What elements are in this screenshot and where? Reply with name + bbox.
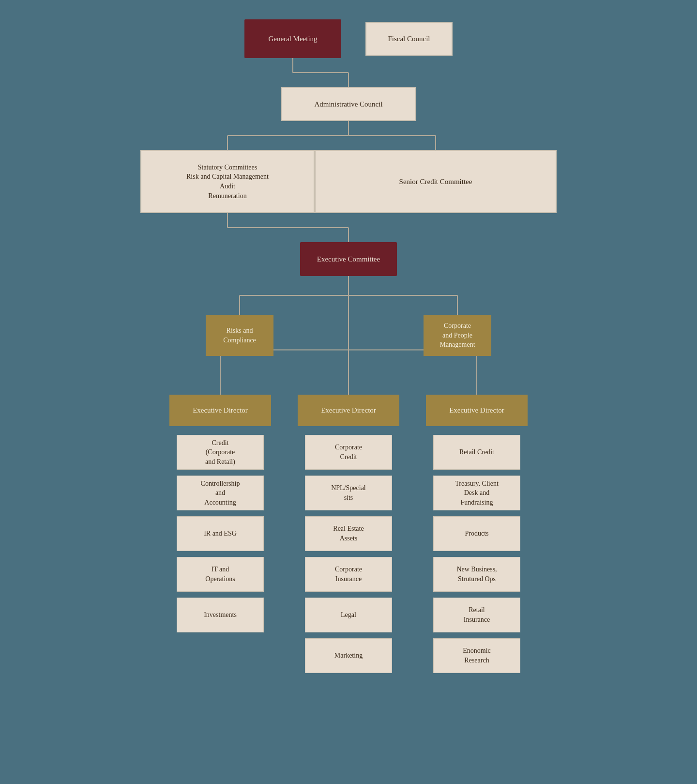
col-1: Credit(Corporateand Retail) Controllersh… [169, 435, 271, 632]
list-item: Products [433, 516, 520, 551]
row-admin: Administrative Council [82, 87, 615, 121]
statutory-label: Statutory CommitteesRisk and Capital Man… [186, 163, 269, 200]
corporate-people-label: Corporateand PeopleManagement [439, 321, 475, 350]
row-top: General Meeting Fiscal Council [82, 19, 615, 58]
org-chart: General Meeting Fiscal Council Administr… [82, 0, 615, 702]
list-item: Marketing [305, 638, 392, 673]
general-meeting-box: General Meeting [244, 19, 341, 58]
exec-committee-label: Executive Committee [317, 254, 380, 264]
list-item: IR and ESG [177, 516, 264, 551]
spacer-1 [82, 58, 615, 87]
senior-credit-label: Senior Credit Committee [399, 177, 472, 187]
exec-dir-2-box: Executive Director [298, 395, 399, 426]
exec-dir-1-label: Executive Director [193, 405, 248, 415]
list-item: CorporateInsurance [305, 557, 392, 592]
fiscal-council-label: Fiscal Council [388, 34, 430, 44]
list-item: New Business,Strutured Ops [433, 557, 520, 592]
exec-committee-box: Executive Committee [300, 242, 397, 276]
risks-compliance-label: Risks andCompliance [223, 326, 256, 345]
exec-dir-3-label: Executive Director [449, 405, 504, 415]
admin-council-label: Administrative Council [314, 99, 382, 109]
row-exec-directors: Executive Director Executive Director Ex… [82, 395, 615, 426]
row-risks: Risks andCompliance Corporateand PeopleM… [82, 315, 615, 356]
list-item: NPL/Specialsits [305, 476, 392, 510]
list-item: CorporateCredit [305, 435, 392, 470]
senior-credit-box: Senior Credit Committee [315, 150, 557, 213]
spacer-3 [82, 213, 615, 242]
col-3: Retail Credit Treasury, ClientDesk andFu… [426, 435, 528, 673]
list-item: Real EstateAssets [305, 516, 392, 551]
list-item: IT andOperations [177, 557, 264, 592]
list-item: RetailInsurance [433, 598, 520, 632]
spacer-5 [82, 356, 615, 395]
row-sub-items: Credit(Corporateand Retail) Controllersh… [82, 435, 615, 673]
list-item: EnonomicResearch [433, 638, 520, 673]
admin-council-box: Administrative Council [281, 87, 416, 121]
list-item: Investments [177, 598, 264, 632]
exec-dir-1-box: Executive Director [169, 395, 271, 426]
statutory-committees-box: Statutory CommitteesRisk and Capital Man… [140, 150, 315, 213]
spacer-4 [82, 276, 615, 315]
fiscal-council-box: Fiscal Council [365, 22, 453, 56]
general-meeting-label: General Meeting [268, 34, 317, 44]
row-statutory: Statutory CommitteesRisk and Capital Man… [82, 150, 615, 213]
list-item: ControllershipandAccounting [177, 476, 264, 510]
spacer-2 [82, 121, 615, 150]
list-item: Retail Credit [433, 435, 520, 470]
list-item: Treasury, ClientDesk andFundraising [433, 476, 520, 510]
list-item: Legal [305, 598, 392, 632]
exec-dir-2-label: Executive Director [321, 405, 376, 415]
exec-dir-3-box: Executive Director [426, 395, 528, 426]
col-2: CorporateCredit NPL/Specialsits Real Est… [298, 435, 399, 673]
row-exec: Executive Committee [82, 242, 615, 276]
chart-content: General Meeting Fiscal Council Administr… [82, 0, 615, 702]
corporate-people-box: Corporateand PeopleManagement [424, 315, 491, 356]
risks-compliance-box: Risks andCompliance [206, 315, 273, 356]
spacer-6 [82, 426, 615, 435]
list-item: Credit(Corporateand Retail) [177, 435, 264, 470]
